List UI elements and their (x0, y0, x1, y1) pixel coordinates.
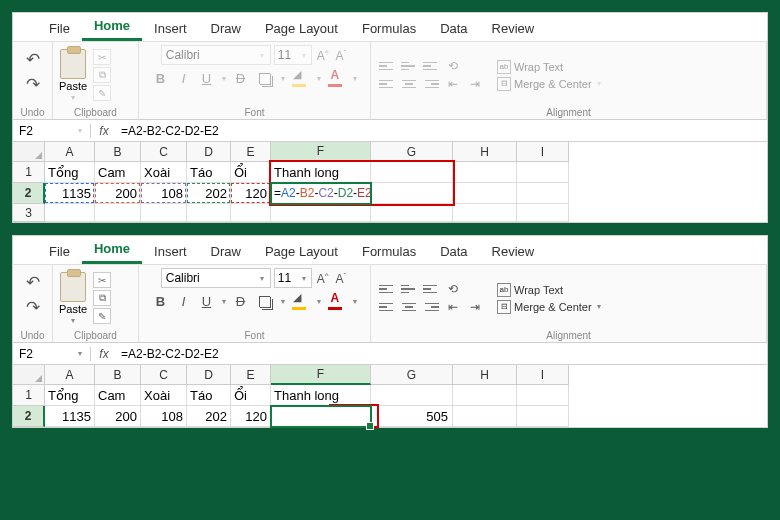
bold-button[interactable]: B (151, 291, 171, 311)
font-color-button[interactable] (326, 291, 348, 311)
cell-A1[interactable]: Tổng (45, 385, 95, 406)
row-header-1[interactable]: 1 (13, 162, 45, 183)
paste-dropdown[interactable]: ▾ (69, 93, 77, 102)
align-center-button[interactable] (399, 299, 419, 315)
cell-C3[interactable] (141, 204, 187, 222)
borders-dropdown[interactable]: ▾ (279, 297, 287, 306)
select-all-button[interactable] (13, 142, 45, 162)
decrease-indent-button[interactable]: ⇤ (443, 76, 463, 92)
merge-dropdown[interactable]: ▾ (595, 79, 603, 88)
cell-H2[interactable] (453, 406, 517, 427)
merge-center-button[interactable]: ⊟Merge & Center▾ (497, 300, 603, 314)
align-center-button[interactable] (399, 76, 419, 92)
wrap-text-button[interactable]: abWrap Text (497, 283, 603, 297)
tab-review[interactable]: Review (480, 239, 547, 264)
align-top-button[interactable] (377, 281, 397, 297)
paste-dropdown[interactable]: ▾ (69, 316, 77, 325)
decrease-font-button[interactable]: Aˇ (334, 271, 349, 286)
fill-dropdown[interactable]: ▾ (315, 297, 323, 306)
cut-button[interactable]: ✂ (93, 49, 111, 65)
cell-A1[interactable]: Tổng (45, 162, 95, 183)
align-middle-button[interactable] (399, 281, 419, 297)
row-header-1[interactable]: 1 (13, 385, 45, 406)
copy-button[interactable]: ⧉ (93, 67, 111, 83)
increase-indent-button[interactable]: ⇥ (465, 299, 485, 315)
fx-button[interactable]: fx (91, 347, 117, 361)
cell-G1[interactable] (371, 162, 453, 183)
font-size-select[interactable]: 11▾ (274, 45, 312, 65)
copy-button[interactable]: ⧉ (93, 290, 111, 306)
borders-button[interactable] (254, 291, 276, 311)
formula-bar[interactable]: =A2-B2-C2-D2-E2 (117, 347, 767, 361)
align-top-button[interactable] (377, 58, 397, 74)
column-header-D[interactable]: D (187, 142, 231, 162)
font-name-select[interactable]: Calibri▾ (161, 268, 271, 288)
italic-button[interactable]: I (174, 68, 194, 88)
grid-body[interactable]: 1TổngCamXoàiTáoỔiThanh long2113520010820… (13, 162, 767, 222)
increase-font-button[interactable]: A^ (315, 48, 331, 63)
cell-D3[interactable] (187, 204, 231, 222)
cell-C1[interactable]: Xoài (141, 385, 187, 406)
cell-B1[interactable]: Cam (95, 162, 141, 183)
select-all-button[interactable] (13, 365, 45, 385)
align-bottom-button[interactable] (421, 281, 441, 297)
cell-B3[interactable] (95, 204, 141, 222)
cell-A2[interactable]: 1135 (45, 406, 95, 427)
fill-handle[interactable] (367, 423, 373, 429)
cell-G3[interactable] (371, 204, 453, 222)
fontcolor-dropdown[interactable]: ▾ (351, 74, 359, 83)
merge-dropdown[interactable]: ▾ (595, 302, 603, 311)
underline-button[interactable]: U (197, 68, 217, 88)
decrease-font-button[interactable]: Aˇ (334, 48, 349, 63)
underline-dropdown[interactable]: ▾ (220, 74, 228, 83)
merge-center-button[interactable]: ⊟Merge & Center▾ (497, 77, 603, 91)
fontcolor-dropdown[interactable]: ▾ (351, 297, 359, 306)
tab-file[interactable]: File (37, 239, 82, 264)
paste-button[interactable]: Paste ▾ (59, 49, 87, 102)
name-box[interactable]: F2▾ (13, 124, 91, 138)
undo-button[interactable]: ↶ (26, 272, 40, 293)
underline-dropdown[interactable]: ▾ (220, 297, 228, 306)
column-header-G[interactable]: G (371, 365, 453, 385)
cell-C2[interactable]: 108 (141, 406, 187, 427)
underline-button[interactable]: U (197, 291, 217, 311)
column-header-B[interactable]: B (95, 365, 141, 385)
column-header-H[interactable]: H (453, 142, 517, 162)
column-header-A[interactable]: A (45, 365, 95, 385)
cell-D1[interactable]: Táo (187, 162, 231, 183)
column-header-D[interactable]: D (187, 365, 231, 385)
redo-button[interactable]: ↷ (26, 74, 40, 95)
cell-I3[interactable] (517, 204, 569, 222)
cell-F2[interactable]: 505 (271, 406, 371, 427)
cell-I2[interactable] (517, 406, 569, 427)
undo-button[interactable]: ↶ (26, 49, 40, 70)
cell-F3[interactable] (271, 204, 371, 222)
tab-formulas[interactable]: Formulas (350, 16, 428, 41)
cell-B2[interactable]: 200 (95, 183, 141, 204)
column-header-F[interactable]: F (271, 365, 371, 385)
row-header-2[interactable]: 2 (13, 183, 45, 204)
tab-data[interactable]: Data (428, 16, 479, 41)
format-painter-button[interactable]: ✎ (93, 308, 111, 324)
orientation-button[interactable]: ⟲ (443, 58, 463, 74)
cell-E3[interactable] (231, 204, 271, 222)
wrap-text-button[interactable]: abWrap Text (497, 60, 603, 74)
tab-home[interactable]: Home (82, 236, 142, 264)
cell-E1[interactable]: Ổi (231, 385, 271, 406)
borders-dropdown[interactable]: ▾ (279, 74, 287, 83)
bold-button[interactable]: B (151, 68, 171, 88)
cell-C1[interactable]: Xoài (141, 162, 187, 183)
cell-I1[interactable] (517, 162, 569, 183)
cell-D1[interactable]: Táo (187, 385, 231, 406)
tab-review[interactable]: Review (480, 16, 547, 41)
font-name-select[interactable]: Calibri▾ (161, 45, 271, 65)
cell-B1[interactable]: Cam (95, 385, 141, 406)
column-header-H[interactable]: H (453, 365, 517, 385)
cell-D2[interactable]: 202 (187, 183, 231, 204)
tab-page-layout[interactable]: Page Layout (253, 239, 350, 264)
cell-E2[interactable]: 120 (231, 183, 271, 204)
cell-C2[interactable]: 108 (141, 183, 187, 204)
orientation-button[interactable]: ⟲ (443, 281, 463, 297)
fill-dropdown[interactable]: ▾ (315, 74, 323, 83)
fill-color-button[interactable] (290, 68, 312, 88)
